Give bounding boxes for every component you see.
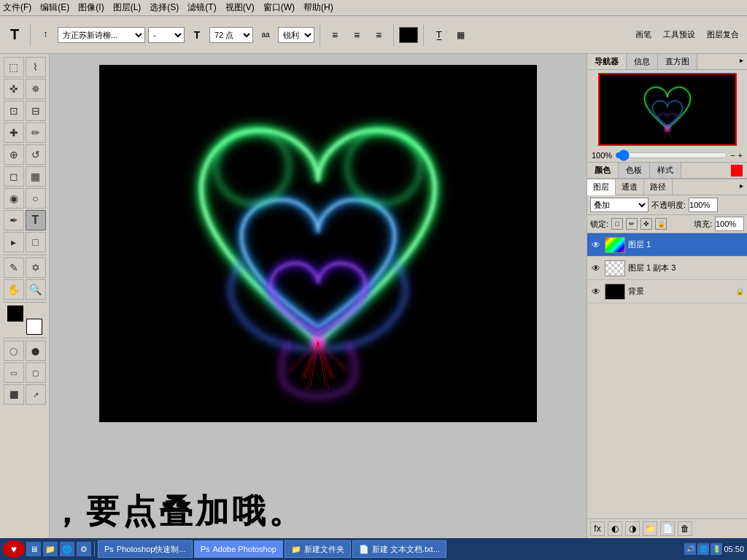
background-color-swatch[interactable] xyxy=(26,319,42,335)
tab-channels[interactable]: 通道 xyxy=(616,179,644,195)
align-right-button[interactable]: ≡ xyxy=(369,26,388,44)
color-swatch-button[interactable] xyxy=(399,27,418,43)
slice-tool[interactable]: ⊟ xyxy=(26,101,46,121)
menu-view[interactable]: 视图(V) xyxy=(225,1,255,14)
selection-tool[interactable]: ⬚ xyxy=(4,57,24,77)
quick-launch-1[interactable]: 🖥 xyxy=(26,542,41,556)
lock-transparent-btn[interactable]: □ xyxy=(611,218,623,230)
eraser-tool[interactable]: ◻ xyxy=(4,166,24,187)
layer-bg-visibility[interactable]: 👁 xyxy=(590,286,602,298)
anti-alias-select[interactable]: 锐利 xyxy=(278,27,314,43)
taskbar-folder[interactable]: 📁 新建文件夹 xyxy=(285,540,351,558)
standard-mode[interactable]: ◯ xyxy=(4,341,24,361)
zoom-slider[interactable] xyxy=(615,152,727,159)
move-tool[interactable]: ✜ xyxy=(4,79,24,99)
healing-tool[interactable]: ✚ xyxy=(4,122,24,143)
tab-histogram[interactable]: 直方图 xyxy=(658,54,697,69)
menu-filter[interactable]: 滤镜(T) xyxy=(187,1,216,14)
tab-layers[interactable]: 图层 xyxy=(587,179,616,195)
zoom-plus[interactable]: + xyxy=(738,151,743,160)
menu-file[interactable]: 文件(F) xyxy=(3,1,31,14)
text-palette-button[interactable]: ▦ xyxy=(451,26,470,44)
notes-tool[interactable]: ✎ xyxy=(4,257,24,278)
history-brush-tool[interactable]: ↺ xyxy=(26,144,46,165)
menu-select[interactable]: 选择(S) xyxy=(150,1,179,14)
tool-preset-toggle[interactable]: 工具预设 xyxy=(659,26,699,44)
blur-tool[interactable]: ◉ xyxy=(4,188,24,209)
layers-menu-btn[interactable]: ▸ xyxy=(735,179,747,191)
fill-input[interactable] xyxy=(715,217,744,231)
tab-styles[interactable]: 样式 xyxy=(650,163,681,178)
layer-mask-btn[interactable]: ◐ xyxy=(608,521,622,536)
gradient-tool[interactable]: ▦ xyxy=(26,166,46,187)
new-group-btn[interactable]: 📁 xyxy=(643,521,657,536)
screen-mode-2[interactable]: ▢ xyxy=(26,362,46,383)
text-tool-button[interactable]: T xyxy=(4,25,25,45)
foreground-color-swatch[interactable] xyxy=(7,306,23,322)
warp-text-button[interactable]: T̲ xyxy=(429,26,448,44)
opacity-input[interactable] xyxy=(689,198,718,212)
quick-launch-2[interactable]: 📁 xyxy=(43,542,58,556)
tab-color[interactable]: 颜色 xyxy=(587,163,619,178)
start-button[interactable]: ♥ xyxy=(3,540,25,558)
menu-image[interactable]: 图像(I) xyxy=(78,1,104,14)
quick-launch-3[interactable]: 🌐 xyxy=(60,542,74,556)
tab-swatches[interactable]: 色板 xyxy=(619,163,650,178)
path-select-tool[interactable]: ▸ xyxy=(4,232,24,252)
jump-to-button[interactable]: ↗ xyxy=(26,384,46,405)
taskbar-textfile[interactable]: 📄 新建 文本文档.txt... xyxy=(352,540,446,558)
zoom-tool[interactable]: 🔍 xyxy=(26,279,46,300)
layer-item-1[interactable]: 👁 图层 1 xyxy=(587,233,747,257)
font-size-select[interactable]: 72 点 xyxy=(209,27,253,43)
zoom-minus[interactable]: − xyxy=(730,151,735,160)
shape-tool[interactable]: □ xyxy=(26,232,46,252)
brush-tool[interactable]: ✏ xyxy=(26,122,46,143)
layer-style-btn[interactable]: fx xyxy=(590,521,605,536)
lock-move-btn[interactable]: ✜ xyxy=(640,218,652,230)
dodge-tool[interactable]: ○ xyxy=(26,188,46,209)
tab-paths[interactable]: 路径 xyxy=(644,179,673,195)
align-center-button[interactable]: ≡ xyxy=(347,26,366,44)
hand-tool[interactable]: ✋ xyxy=(4,279,24,300)
align-left-button[interactable]: ≡ xyxy=(325,26,344,44)
toolbar: T ⊺ 方正苏新诗柳... - T 72 点 aa 锐利 ≡ ≡ ≡ T̲ ▦ … xyxy=(0,16,747,54)
text-tool[interactable]: T xyxy=(26,210,46,230)
screen-mode-1[interactable]: ▭ xyxy=(4,362,24,383)
font-family-select[interactable]: 方正苏新诗柳... xyxy=(58,27,145,43)
pen-tool[interactable]: ✒ xyxy=(4,210,24,230)
new-layer-btn[interactable]: 📄 xyxy=(660,521,675,536)
menu-window[interactable]: 窗口(W) xyxy=(263,1,295,14)
clone-tool[interactable]: ⊕ xyxy=(4,144,24,165)
tab-navigator[interactable]: 导航器 xyxy=(587,54,627,69)
eyedropper-tool[interactable]: ✡ xyxy=(26,257,46,278)
tool-row-2: ✜ ✵ xyxy=(1,79,47,99)
menu-layer[interactable]: 图层(L) xyxy=(113,1,142,14)
brush-toggle[interactable]: 画笔 xyxy=(632,26,655,44)
new-adjustment-btn[interactable]: ◑ xyxy=(625,521,640,536)
lock-label: 锁定: xyxy=(590,219,608,230)
blend-mode-select[interactable]: 叠加 正常 溶解 xyxy=(590,198,649,212)
magic-wand-tool[interactable]: ✵ xyxy=(26,79,46,99)
menu-edit[interactable]: 编辑(E) xyxy=(40,1,69,14)
layer-1-visibility[interactable]: 👁 xyxy=(590,239,602,251)
layer-2-visibility[interactable]: 👁 xyxy=(590,262,602,274)
tab-info[interactable]: 信息 xyxy=(627,54,658,69)
lock-paint-btn[interactable]: ✏ xyxy=(626,218,638,230)
screen-mode-3[interactable]: ⬛ xyxy=(4,384,24,405)
color-red-indicator[interactable] xyxy=(731,165,743,176)
sys-icon-1: 🔊 xyxy=(684,543,696,555)
font-style-select[interactable]: - xyxy=(148,27,185,43)
lock-all-btn[interactable]: 🔒 xyxy=(655,218,667,230)
lasso-tool[interactable]: ⌇ xyxy=(26,57,46,77)
layer-composite-toggle[interactable]: 图层复合 xyxy=(703,26,743,44)
crop-tool[interactable]: ⊡ xyxy=(4,101,24,121)
navigator-menu-btn[interactable]: ▸ xyxy=(735,54,747,66)
layer-item-bg[interactable]: 👁 背景 🔒 xyxy=(587,280,747,303)
quick-launch-4[interactable]: ⚙ xyxy=(77,542,91,556)
menu-help[interactable]: 帮助(H) xyxy=(303,1,333,14)
taskbar-photoshop-quick[interactable]: Ps Photoshop快速制... xyxy=(98,540,193,558)
layer-item-2[interactable]: 👁 图层 1 副本 3 xyxy=(587,257,747,280)
delete-layer-btn[interactable]: 🗑 xyxy=(678,521,692,536)
quick-mask-mode[interactable]: ⬤ xyxy=(26,341,46,361)
taskbar-photoshop-main[interactable]: Ps Adobe Photoshop xyxy=(194,540,283,558)
